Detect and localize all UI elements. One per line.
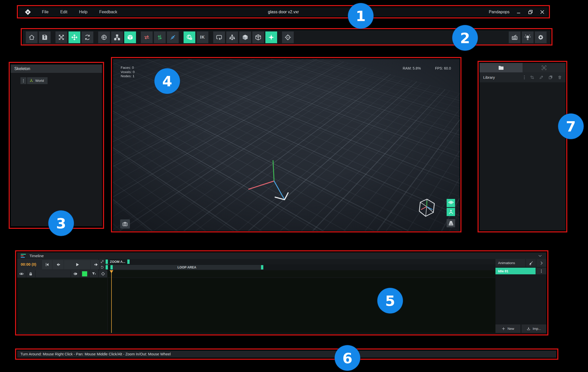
frame-ruler[interactable] [107,270,495,277]
diagonal-resize-icon [100,260,104,264]
world-mode-button[interactable] [98,31,110,43]
tips-button[interactable] [522,31,534,43]
loop-rotate-icon [216,34,222,41]
animator-mode-button[interactable] [184,31,195,43]
loop-area-bar[interactable]: LOOP AREA [110,265,263,270]
zoom-handle-right[interactable] [127,260,130,264]
track-tools-spacer [36,270,71,277]
collapse-chevron-icon[interactable] [538,254,542,258]
prev-keyframe-button[interactable] [52,260,64,269]
keyframe-shape-button[interactable] [99,270,107,277]
loop-handle-right[interactable] [261,265,263,269]
save-button[interactable] [39,31,51,43]
transport-section: 00:00 (0) [17,259,98,270]
menu-file[interactable]: File [42,10,49,14]
target-icon [285,34,291,41]
scene-graph-button[interactable] [111,31,123,43]
cube-mode-button[interactable] [124,31,136,43]
shortcuts-button[interactable] [509,31,521,43]
rotate-tool-button[interactable] [82,31,93,43]
trash-icon[interactable] [558,75,562,80]
green-swatch [82,271,87,276]
crop-icon[interactable] [530,75,534,80]
playhead[interactable] [110,270,114,333]
close-button[interactable] [540,9,545,15]
loop-handle-left[interactable] [110,265,113,269]
timeline-sort-icon [21,254,26,258]
mirror-z-button[interactable] [167,31,179,43]
zoom-range-button[interactable] [99,259,105,264]
selection-frame-icon [541,65,547,71]
tab-library-folder[interactable] [480,63,523,72]
stat-voxels: Voxels: 0 [121,70,135,74]
cube-solid-view-button[interactable] [239,31,251,43]
settings-button[interactable] [535,31,547,43]
perspective-toggle-button[interactable] [447,219,455,227]
lock-icon [28,272,33,276]
visibility-button[interactable] [17,270,26,277]
grid-toggle-button[interactable] [447,199,455,207]
menu-feedback[interactable]: Feedback [99,10,117,14]
axis-toggle-button[interactable] [447,208,455,216]
effects-button[interactable] [265,31,277,43]
skip-start-button[interactable] [42,260,52,269]
import-animation-label: Imp... [533,327,541,331]
keyframe-grid-area[interactable] [108,278,495,333]
import-animation-button[interactable]: Imp... [522,324,547,333]
navigation-cube[interactable] [419,198,436,218]
filter-button[interactable] [89,270,99,277]
track-tools-row [17,270,107,277]
target-button[interactable] [282,31,294,43]
minimize-icon [516,9,521,15]
restore-button[interactable] [528,9,533,15]
animation-options-button[interactable] [536,268,546,274]
menu-edit[interactable]: Edit [60,10,67,14]
skeleton-node-world[interactable]: World [27,77,48,84]
zoom-handle-left[interactable] [106,260,108,264]
scale-tool-button[interactable] [55,31,67,43]
tab-library-selection[interactable] [523,63,566,72]
loop-toggle-button[interactable] [99,265,105,270]
loop-area-label: LOOP AREA [177,266,196,269]
skeleton-panel: Skeleton World [11,64,102,226]
menu-help[interactable]: Help [79,10,87,14]
loop-rotate-button[interactable] [213,31,225,43]
mirror-x-icon [143,34,150,41]
rotate-icon [84,34,91,41]
annotation-badge-7: 7 [558,114,584,139]
animation-name[interactable]: Idle 01 [495,268,536,274]
loop-start-handle[interactable] [106,265,108,269]
keyboard-icon [511,34,518,41]
scale-icon [58,34,65,41]
onion-skin-button[interactable] [71,270,80,277]
cube-icon [127,34,133,41]
animation-list-item[interactable]: Idle 01 [495,268,546,274]
mirror-x-button[interactable] [141,31,153,43]
mirror-y-button[interactable] [154,31,166,43]
chevron-right-icon [539,261,544,265]
cube-wireframe-view-button[interactable] [252,31,264,43]
play-button[interactable] [64,260,91,269]
annotation-badge-5: 5 [377,288,403,313]
duplicate-icon[interactable] [548,75,553,80]
lock-button[interactable] [26,270,36,277]
ik-button[interactable]: IK [197,31,208,43]
home-button[interactable] [26,31,38,43]
annotation-badge-2: 2 [452,25,478,51]
color-swatch-button[interactable] [80,270,89,277]
mirror-z-icon [169,34,176,41]
expand-animations-button[interactable] [536,259,546,267]
move-tool-button[interactable] [69,31,80,43]
new-animation-button[interactable]: New [495,324,521,333]
hierarchy-button[interactable] [226,31,238,43]
minimize-button[interactable] [516,9,521,15]
stat-faces: Faces: 0 [121,66,135,70]
mirror-y-icon [156,34,163,41]
clean-animations-button[interactable] [525,259,536,267]
library-kebab-icon[interactable] [524,75,525,80]
annotation-badge-1: 1 [348,3,374,29]
node-options-button[interactable] [20,77,26,84]
screenshot-button[interactable] [120,219,130,229]
home-icon [28,34,35,41]
edit-pencil-icon[interactable] [539,75,544,80]
